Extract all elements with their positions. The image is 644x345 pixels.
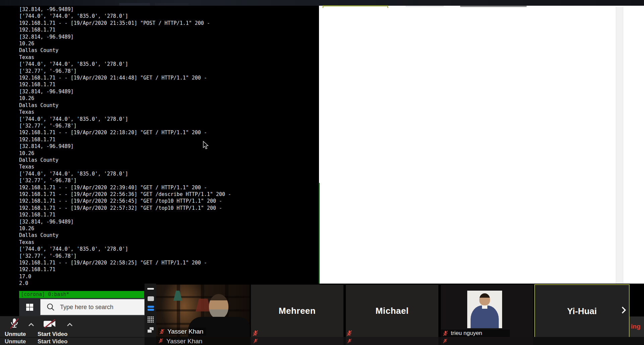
share-border-top — [323, 5, 388, 6]
mic-muted-icon — [253, 338, 258, 344]
recording-text-partial: ing — [631, 323, 641, 330]
participant-name: Yi-Huai — [535, 285, 629, 337]
chevron-up-icon[interactable] — [67, 323, 73, 327]
collapse-icon[interactable] — [148, 296, 154, 301]
browser-scrollbar[interactable] — [616, 7, 623, 284]
start-video-button[interactable]: Start Video — [38, 331, 67, 338]
video-tile-mehreen[interactable]: Mehreen — [251, 285, 343, 337]
duplicate-tile-sliver — [441, 337, 533, 345]
video-tile-michael[interactable]: Michael — [346, 285, 438, 337]
participant-name: trieu nguyen — [451, 330, 482, 337]
camera-off-icon[interactable] — [43, 319, 56, 329]
person-art — [471, 305, 499, 328]
chevron-right-icon[interactable] — [621, 306, 627, 314]
top-bar-segment — [155, 3, 189, 6]
gallery-grid-icon[interactable] — [148, 316, 154, 323]
participant-name-label: Yasser Khan — [158, 328, 206, 336]
participant-photo — [467, 291, 502, 328]
layout-windows-icon[interactable] — [147, 329, 152, 333]
video-tile-yasser[interactable]: Yasser Khan — [156, 285, 250, 337]
duplicate-tile-sliver — [346, 337, 438, 345]
search-placeholder: Type here to search — [60, 304, 113, 311]
mic-muted-icon — [443, 330, 448, 336]
mic-muted-icon[interactable] — [9, 317, 19, 330]
duplicate-tile-sliver — [251, 337, 343, 345]
mic-muted-icon — [347, 338, 352, 344]
terminal-output: [32.814, -96.9489] ['744.0', '744.0', '8… — [19, 6, 318, 287]
start-video-button-duplicate: Start Video — [38, 338, 67, 345]
mic-muted-icon — [158, 338, 163, 344]
participant-name: Mehreen — [251, 285, 343, 337]
participant-name-duplicate: Yasser Khan — [166, 338, 202, 345]
mic-muted-icon — [346, 330, 352, 336]
speaker-view-icon[interactable] — [148, 309, 154, 311]
video-tile-trieu[interactable]: trieu nguyen — [441, 285, 533, 337]
mouse-cursor — [203, 141, 209, 150]
window-edge-sliver — [460, 6, 527, 7]
top-bar-segment — [119, 3, 150, 6]
person-art — [479, 293, 490, 305]
shared-browser-page — [319, 6, 644, 284]
top-bar — [0, 0, 644, 6]
share-border-tick — [387, 5, 388, 8]
tmux-status-bar: [corona] 0:bash* — [19, 291, 144, 298]
mic-muted-icon — [443, 338, 447, 344]
share-border-tick — [323, 5, 323, 8]
video-tile-yihuai-active[interactable]: Yi-Huai trieu nguyen — [534, 284, 630, 342]
minimize-icon[interactable] — [147, 288, 154, 290]
mic-muted-icon — [159, 329, 165, 335]
chevron-up-icon[interactable] — [28, 323, 34, 327]
unmute-button-duplicate: Unmute — [5, 338, 26, 345]
mic-muted-icon — [253, 330, 258, 336]
window-edge-sliver — [406, 6, 444, 7]
windows-logo-icon — [26, 304, 33, 311]
share-border-left — [319, 183, 320, 284]
participant-name: Yasser Khan — [167, 328, 203, 335]
taskbar-search[interactable]: Type here to search — [40, 299, 145, 315]
speaker-view-icon[interactable] — [148, 306, 154, 308]
person-art — [209, 294, 228, 319]
search-icon — [47, 303, 55, 311]
unmute-button[interactable]: Unmute — [5, 331, 26, 338]
participant-name: Michael — [346, 285, 438, 337]
screen: [32.814, -96.9489] ['744.0', '744.0', '8… — [0, 0, 644, 345]
participant-name-label: trieu nguyen — [441, 330, 510, 337]
